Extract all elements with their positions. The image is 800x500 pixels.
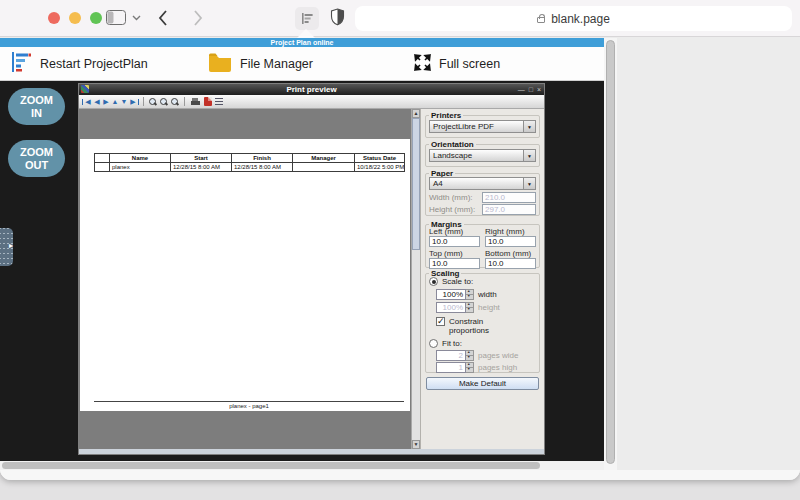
pages-high-spinner[interactable]: 1 pages high xyxy=(436,362,517,373)
table-cell: 12/28/15 8:00 AM xyxy=(232,163,293,172)
address-bar[interactable]: blank.page xyxy=(355,6,792,31)
margin-bottom-label: Bottom (mm) xyxy=(485,250,531,258)
restart-projectplan-label: Restart ProjectPlan xyxy=(40,57,148,71)
scroll-down-button[interactable]: ▼ xyxy=(412,440,420,449)
table-header-row: Name Start Finish Manager Status Date xyxy=(95,154,405,163)
pages-high-label: pages high xyxy=(478,362,517,373)
dropdown-arrow-icon[interactable] xyxy=(523,121,535,132)
paper-size-select[interactable]: A4 xyxy=(429,177,536,190)
chevron-down-icon[interactable] xyxy=(132,15,141,21)
spinner-arrows[interactable] xyxy=(466,289,474,300)
pages-high-value[interactable]: 1 xyxy=(436,362,466,373)
pp-close-button[interactable]: × xyxy=(537,84,541,95)
scale-width-spinner[interactable]: 100% width xyxy=(436,289,497,300)
dropdown-arrow-icon[interactable] xyxy=(523,178,535,189)
orientation-select[interactable]: Landscape xyxy=(429,149,536,162)
preview-scrollbar-thumb[interactable] xyxy=(412,118,420,250)
projectlibre-extension-icon[interactable] xyxy=(295,7,319,30)
preview-pane: Name Start Finish Manager Status Date pl… xyxy=(79,109,411,449)
table-cell: 12/28/15 8:00 AM xyxy=(171,163,232,172)
fit-to-label: Fit to: xyxy=(442,339,462,348)
page-down-button[interactable]: ▼ xyxy=(120,95,128,108)
back-button[interactable] xyxy=(158,10,168,26)
table-row: planex 12/28/15 8:00 AM 12/28/15 8:00 AM… xyxy=(95,163,405,172)
margins-group: Margins Left (mm) Right (mm) Top (mm) Bo… xyxy=(425,224,540,268)
sidebar-toggle-icon[interactable] xyxy=(106,10,126,25)
print-preview-window-bottom-border xyxy=(79,449,544,454)
spinner-arrows[interactable] xyxy=(466,302,474,313)
zoom-reset-icon[interactable] xyxy=(160,98,168,106)
page-setup-icon[interactable] xyxy=(215,98,223,106)
horizontal-scrollbar-thumb[interactable] xyxy=(2,462,540,469)
orientation-group-label: Orientation xyxy=(429,140,476,149)
table-header-cell xyxy=(95,154,110,163)
scale-height-value[interactable]: 100% xyxy=(436,302,466,313)
app-title: Project Plan online xyxy=(0,38,604,47)
toolbar-separator xyxy=(143,97,144,106)
pages-wide-value[interactable]: 2 xyxy=(436,350,466,361)
previous-page-button[interactable]: ◀ xyxy=(93,95,101,108)
print-options-panel: Printers ProjectLibre PDF Orientation La… xyxy=(420,109,544,449)
orientation-group: Orientation Landscape xyxy=(425,144,540,167)
browser-window: blank.page Project Plan online Restart P… xyxy=(0,0,800,480)
drawer-handle[interactable] xyxy=(0,228,13,266)
constrain-proportions-checkbox[interactable] xyxy=(436,317,445,326)
margin-left-input[interactable] xyxy=(429,236,480,247)
scale-height-spinner[interactable]: 100% height xyxy=(436,302,500,313)
zoom-out-button[interactable]: ZOOM OUT xyxy=(8,140,65,177)
margin-right-input[interactable] xyxy=(485,236,536,247)
fit-to-radio[interactable] xyxy=(429,339,438,348)
preview-scrollbar[interactable]: ▲ ▼ xyxy=(411,109,420,449)
maximize-window-button[interactable] xyxy=(90,12,102,24)
table-cell: 10/18/22 5:00 PM xyxy=(355,163,405,172)
first-page-button[interactable]: ◀ xyxy=(84,95,92,108)
app-toolbar: Restart ProjectPlan File Manager Fu xyxy=(0,47,604,81)
page-up-button[interactable]: ▲ xyxy=(111,95,119,108)
restart-projectplan-button[interactable]: Restart ProjectPlan xyxy=(10,47,148,80)
pages-wide-spinner[interactable]: 2 pages wide xyxy=(436,350,518,361)
print-preview-toolbar: ◀ ◀ ▶ ▲ ▼ ▶ xyxy=(79,95,544,109)
zoom-out-icon[interactable] xyxy=(149,98,157,106)
next-page-button[interactable]: ▶ xyxy=(102,95,110,108)
scaling-group: Scaling Scale to: 100% width 100% xyxy=(425,273,540,373)
printers-select[interactable]: ProjectLibre PDF xyxy=(429,120,536,133)
vertical-scrollbar-thumb[interactable] xyxy=(606,40,615,464)
print-preview-title: Print preview xyxy=(79,84,544,95)
paper-height-label: Height (mm): xyxy=(429,205,482,214)
print-preview-titlebar[interactable]: Print preview — □ × xyxy=(79,84,544,95)
vertical-scrollbar-track[interactable] xyxy=(604,38,617,470)
print-preview-body: Name Start Finish Manager Status Date pl… xyxy=(79,109,544,449)
zoom-in-icon[interactable] xyxy=(171,98,179,106)
privacy-shield-icon[interactable] xyxy=(330,8,345,26)
dropdown-arrow-icon[interactable] xyxy=(523,150,535,161)
desktop: { "colors": { "accent_blue_bar": "#3f9ed… xyxy=(0,0,800,500)
scale-width-value[interactable]: 100% xyxy=(436,289,466,300)
minimize-window-button[interactable] xyxy=(69,12,81,24)
pp-minimize-button[interactable]: — xyxy=(518,84,525,95)
margin-top-input[interactable] xyxy=(429,258,480,269)
scale-to-label: Scale to: xyxy=(442,277,473,286)
export-pdf-icon[interactable] xyxy=(204,97,212,106)
browser-chrome: blank.page xyxy=(0,0,800,37)
zoom-in-button[interactable]: ZOOM IN xyxy=(8,88,65,125)
full-screen-button[interactable]: Full screen xyxy=(414,47,500,80)
spinner-arrows[interactable] xyxy=(466,362,474,373)
margin-bottom-input[interactable] xyxy=(485,258,536,269)
scale-to-radio[interactable] xyxy=(429,277,438,286)
printers-selected-value: ProjectLibre PDF xyxy=(430,121,523,132)
app-canvas: ZOOM IN ZOOM OUT Print preview — □ × ◀ ◀ xyxy=(0,81,604,461)
print-preview-window: Print preview — □ × ◀ ◀ ▶ ▲ ▼ ▶ xyxy=(78,83,545,455)
make-default-button[interactable]: Make Default xyxy=(426,377,539,390)
print-icon[interactable] xyxy=(191,98,200,106)
forward-button[interactable] xyxy=(193,10,203,26)
popover-arrow xyxy=(297,29,315,38)
last-page-button[interactable]: ▶ xyxy=(129,95,137,108)
address-text: blank.page xyxy=(551,12,610,26)
spinner-arrows[interactable] xyxy=(466,350,474,361)
close-window-button[interactable] xyxy=(48,12,60,24)
scroll-up-button[interactable]: ▲ xyxy=(412,109,420,118)
pp-maximize-button[interactable]: □ xyxy=(529,84,533,95)
horizontal-scrollbar-track[interactable] xyxy=(0,461,604,470)
file-manager-button[interactable]: File Manager xyxy=(208,47,313,80)
paper-width-label: Width (mm): xyxy=(429,193,482,202)
